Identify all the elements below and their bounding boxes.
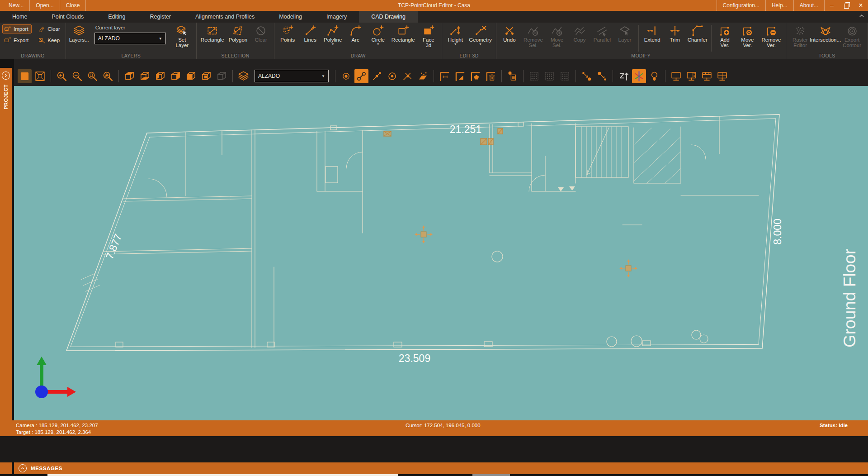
toolbar-layout-single-button[interactable]	[669, 69, 683, 83]
toolbar-go-to-point-button[interactable]	[580, 69, 594, 83]
i-select-polygon-icon	[232, 25, 244, 37]
toolbar-draw-circle-button[interactable]	[385, 69, 399, 83]
menu-open[interactable]: Open...	[30, 0, 60, 11]
toolbar-separator	[335, 70, 335, 82]
toolbar-measure-delete-button[interactable]	[484, 69, 498, 83]
ribbon-button-chamfer[interactable]: Chamfer	[687, 24, 708, 43]
ribbon-button-undo[interactable]: Undo	[499, 24, 520, 43]
toolbar-axes-button[interactable]	[632, 69, 646, 83]
dropdown-caret-icon[interactable]: ▼	[331, 43, 335, 45]
ribbon-group-draw: PointsLinesPolyline▼ArcCircle▼RectangleF…	[274, 23, 442, 59]
ribbon-button-clear[interactable]: Clear	[36, 24, 63, 33]
layout-top-split-icon	[701, 71, 712, 82]
toolbar-cube-front-button[interactable]	[184, 69, 198, 83]
ribbon-button-height[interactable]: Height▼	[444, 24, 466, 46]
ribbon-button-face-3d[interactable]: Face 3d	[417, 24, 439, 49]
tab-home[interactable]: Home	[0, 11, 39, 23]
tab-imagery[interactable]: Imagery	[314, 11, 359, 23]
toolbar-zoom-in-button[interactable]	[55, 69, 69, 83]
ribbon-button-geometry[interactable]: Geometry▼	[467, 24, 494, 46]
toolbar-draw-point-button[interactable]	[339, 69, 353, 83]
toolbar-measure-length-button[interactable]	[438, 69, 452, 83]
dropdown-caret-icon[interactable]: ▼	[454, 43, 457, 45]
tab-cad-drawing[interactable]: CAD Drawing	[359, 11, 418, 23]
toolbar-draw-line-button[interactable]	[354, 69, 368, 83]
toolbar-cube-top-button[interactable]	[123, 69, 137, 83]
minimize-button[interactable]: –	[825, 0, 839, 11]
tab-point-clouds[interactable]: Point Clouds	[39, 11, 96, 23]
menu-configuration[interactable]: Configuration...	[717, 0, 766, 11]
ribbon-button-intersection[interactable]: Intersection...	[813, 24, 837, 43]
project-expand-icon[interactable]	[2, 71, 10, 80]
toolbar-zoom-extents-button[interactable]	[101, 69, 115, 83]
toolbar-measure-polygon-button[interactable]	[468, 69, 482, 83]
ribbon-button-rectangle[interactable]: Rectangle	[199, 24, 226, 43]
toolbar-snap-cross-button[interactable]	[401, 69, 415, 83]
toolbar-layout-vertical-split-button[interactable]	[684, 69, 698, 83]
toolbar-cube-back-button[interactable]	[199, 69, 213, 83]
ribbon-button-polyline[interactable]: Polyline▼	[322, 24, 344, 46]
toolbar-measure-area-button[interactable]	[453, 69, 467, 83]
tab-alignments-and-profiles[interactable]: Alignments and Profiles	[183, 11, 267, 23]
toolbar-layout-quad-button[interactable]	[715, 69, 729, 83]
ribbon-group-label: DRAW	[277, 52, 439, 59]
ribbon-button-export[interactable]: Export	[2, 36, 32, 45]
collapse-ribbon-icon[interactable]	[858, 12, 865, 19]
toolbar-zoom-window-button[interactable]	[85, 69, 99, 83]
wireframe-view-icon	[34, 71, 46, 82]
ribbon-button-arc[interactable]: Arc	[344, 24, 366, 43]
ribbon-button-raster-editor: Raster Editor	[788, 24, 812, 49]
ribbon-button-set-layer[interactable]: Set Layer	[170, 24, 194, 49]
dropdown-caret-icon[interactable]: ▼	[377, 43, 380, 45]
tab-editing[interactable]: Editing	[96, 11, 137, 23]
ribbon-button-extend[interactable]: Extend	[642, 24, 663, 43]
project-panel-tab[interactable]: PROJECT	[0, 68, 12, 474]
ribbon-button-remove-ver[interactable]: Remove Ver.	[759, 24, 783, 49]
toolbar-snap-line-button[interactable]	[370, 69, 384, 83]
ribbon-button-copy: Copy	[569, 24, 590, 43]
toolbar-point-info-button[interactable]	[505, 69, 519, 83]
tab-modeling[interactable]: Modeling	[267, 11, 314, 23]
ribbon-button-rectangle[interactable]: Rectangle	[390, 24, 416, 43]
i-copy-icon	[574, 25, 585, 37]
restore-button[interactable]	[839, 0, 854, 11]
menu-close[interactable]: Close	[60, 0, 86, 11]
cad-viewport[interactable]: 21.251 7.877 8.000 23.509 Ground Floor	[14, 86, 868, 420]
messages-expand-icon[interactable]	[19, 464, 27, 472]
toolbar-draw-plane-button[interactable]	[416, 69, 430, 83]
ribbon-button-keep[interactable]: Keep	[36, 36, 63, 45]
toolbar-layers-button[interactable]	[236, 69, 250, 83]
ribbon-button-move-ver[interactable]: Move Ver.	[736, 24, 758, 49]
ribbon-button-circle[interactable]: Circle▼	[367, 24, 389, 46]
ribbon-button-lines[interactable]: Lines	[299, 24, 321, 43]
toolbar-layout-top-split-button[interactable]	[700, 69, 714, 83]
ribbon-separator	[711, 25, 712, 52]
tab-register[interactable]: Register	[137, 11, 183, 23]
status-bar: Camera : 185.129, 201.462, 23.207 Target…	[0, 420, 868, 436]
ribbon-button-polygon[interactable]: Polygon	[227, 24, 250, 43]
current-layer-select[interactable]: ALZADO▼	[94, 33, 166, 44]
toolbar-lighting-button[interactable]	[647, 69, 661, 83]
ribbon-button-import[interactable]: Import	[2, 24, 32, 33]
messages-bar[interactable]: MESSAGES	[14, 462, 868, 474]
toolbar-cube-bottom-button[interactable]	[138, 69, 152, 83]
toolbar-zoom-out-button[interactable]	[70, 69, 84, 83]
menu-help[interactable]: Help...	[766, 0, 794, 11]
toolbar-shaded-view-button[interactable]	[18, 69, 32, 83]
dropdown-caret-icon[interactable]: ▼	[479, 43, 482, 45]
menu-about[interactable]: About...	[794, 0, 825, 11]
menu-new[interactable]: New...	[3, 0, 30, 11]
toolbar-wireframe-view-button[interactable]	[33, 69, 47, 83]
ribbon-button-add-ver[interactable]: Add Ver.	[714, 24, 736, 49]
toolbar-cube-left-button[interactable]	[153, 69, 167, 83]
ribbon-button-trim[interactable]: Trim	[664, 24, 686, 43]
toolbar-z-up-button[interactable]	[617, 69, 631, 83]
snap-line-icon	[371, 71, 382, 82]
ribbon-button-points[interactable]: Points	[277, 24, 298, 43]
toolbar-cube-right-button[interactable]	[169, 69, 183, 83]
titlebar: TCP-PointCloud Editor - Casa New...Open.…	[0, 0, 868, 11]
viewport-layer-select[interactable]: ALZADO▼	[255, 70, 329, 82]
ribbon-button-layers[interactable]: Layers...	[68, 24, 90, 43]
toolbar-go-to-target-button[interactable]	[595, 69, 609, 83]
close-button[interactable]: ×	[854, 0, 868, 11]
